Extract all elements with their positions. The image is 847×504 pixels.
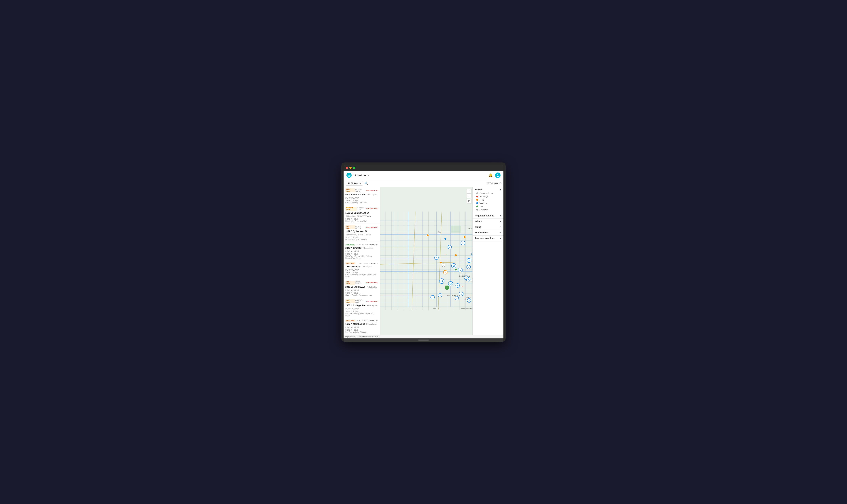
svg-text:7: 7 [456,297,457,299]
svg-point-2 [497,174,498,176]
svg-text:5: 5 [468,266,469,268]
ticket-address: 1139 S Sydenham St [345,230,367,233]
ticket-type: STANDARD [369,320,378,322]
legend-color-dot [476,199,478,201]
map-marker[interactable] [464,236,466,238]
svg-text:3: 3 [460,269,461,271]
map-cluster[interactable]: 6 [461,241,465,245]
map-marker[interactable] [440,262,442,264]
ticket-card[interactable]: HIGH RISK #0-7741-2402-4 EMERGENCY!! 500… [344,187,380,205]
damage-threat-label: Damage Threat [480,192,494,194]
svg-text:3: 3 [469,300,470,302]
minimize-dot[interactable] [349,167,351,169]
map-marker[interactable] [427,234,429,236]
zoom-in-button[interactable]: + [467,189,471,194]
ticket-company: Inst Gas Main by Ryan, Barber And Flores [345,312,378,317]
zoom-out-button[interactable]: − [467,194,471,198]
risk-badge: HIGH RISK [345,262,356,265]
map-cluster[interactable]: 4 [456,284,460,287]
ticket-date: Starts in 5 days [345,199,378,201]
ticket-card[interactable]: HIGH RISK #0-00-839290-0 CANCEL 3921 Pop… [344,261,380,280]
chevron-left-icon: < [500,231,501,234]
map-cluster[interactable]: 5 [467,265,470,269]
ticket-type: EMERGENCY!! [366,282,378,284]
tickets-label: Tickets [475,188,482,191]
map-background: 2 6 2 [380,187,503,335]
ticket-address: 5004 Baltimore Ave [345,193,365,196]
ticket-type: EMERGENCY!! [366,226,378,228]
legend-section-header[interactable]: Regulator stations < [475,214,501,217]
svg-text:3: 3 [447,287,448,289]
chevron-up-icon: ∧ [500,188,501,191]
map-cluster[interactable]: 3 [467,299,471,302]
map-cluster[interactable]: 10 [448,281,453,286]
damage-threat-icon [476,192,479,194]
risk-badge: HIGH RISK [345,225,355,229]
svg-text:8: 8 [461,293,462,295]
ticket-card[interactable]: LOW RISK #1-955083-15-0 STANDARD 2440 N … [344,242,380,261]
legend-section-header[interactable]: Transmission lines < [475,237,501,239]
svg-point-3 [497,176,499,177]
map-marker[interactable] [455,254,457,256]
close-dot[interactable] [346,167,348,169]
svg-text:3: 3 [439,294,440,296]
map-cluster[interactable]: 2 [448,245,452,249]
ticket-filter-select[interactable]: All Tickets ▾ [346,181,363,186]
map-marker[interactable] [455,268,457,271]
ticket-card[interactable]: HIGH RISK #0-416-43496-7 STANDARD 1627 N… [344,318,380,335]
map-cluster[interactable]: 5 [467,258,471,263]
filter-icon-button[interactable]: ≡ [500,182,501,185]
title-bar [344,165,503,171]
top-bar-actions: 🔔 [488,173,501,178]
tickets-legend-header[interactable]: Tickets ∧ [475,188,501,191]
legend-section-label: Mains [475,226,481,228]
svg-text:10: 10 [449,283,452,285]
map-layers-button[interactable]: ⊞ [467,199,471,203]
legend-section-header[interactable]: Service lines < [475,231,501,234]
risk-badge: HIGH RISK [345,299,355,303]
svg-text:4: 4 [457,285,458,286]
ticket-address: 3921 Poplar St [345,265,361,268]
user-avatar[interactable] [495,173,501,178]
map-cluster[interactable]: 3 [431,295,434,299]
legend-item-label: Medium [480,202,487,204]
notification-button[interactable]: 🔔 [488,173,493,178]
map-cluster[interactable]: 3 [438,293,442,297]
risk-badge: LOW RISK [345,244,355,246]
chevron-left-icon: < [500,226,501,228]
map-marker[interactable] [444,238,447,240]
maximize-dot[interactable] [353,167,355,169]
ticket-sidebar: HIGH RISK #0-7741-2402-4 EMERGENCY!! 500… [344,187,380,335]
risk-badge: MEDIUM RISK [345,207,357,211]
map-cluster[interactable]: 3 [445,286,449,289]
legend-item-label: Low [480,205,483,208]
ticket-card[interactable]: HIGH RISK #0-368-66632-8 EMERGENCY!! 221… [344,280,380,298]
ticket-card[interactable]: HIGH RISK #1-180-59770-2 EMERGENCY!! 113… [344,224,380,242]
map-cluster[interactable]: 2 [444,270,447,274]
ticket-id: #1-180-59770-2 [355,226,366,229]
map-cluster[interactable]: 3 [458,268,462,272]
laptop-frame: Urbint Lens 🔔 All Tickets ▾ [341,162,506,342]
map-cluster[interactable]: 10 [451,263,456,268]
ticket-city: Philadelphia, PENNSYLVANIA [346,215,371,217]
ticket-card[interactable]: HIGH RISK #0-88020-943-7 EMERGENCY!! 230… [344,298,380,318]
legend-color-dot [476,202,478,204]
ticket-company: Inst Gas Main by Pittman... [345,331,378,333]
ticket-company: Culvert Work by Flores Llc [345,202,378,204]
status-bar: https://demo-op.dp.urbint.com/ticket/107… [344,335,503,338]
legend-item: Medium [476,201,501,205]
svg-text:3: 3 [432,296,433,298]
svg-text:↺: ↺ [446,253,447,255]
ticket-type: EMERGENCY!! [366,208,378,210]
svg-text:14: 14 [440,280,443,282]
ticket-card[interactable]: MEDIUM RISK #1-68552-747-7 EMERGENCY!! 1… [344,205,380,224]
ticket-id: #0-00-839290-0 [359,263,370,264]
svg-text:6: 6 [462,242,464,244]
map-cluster[interactable]: 14 [439,278,444,284]
search-button[interactable]: 🔍 [364,182,368,185]
legend-section-header[interactable]: Mains < [475,226,501,228]
legend-section-header[interactable]: Valves < [475,220,501,223]
map-cluster[interactable]: 7 [455,296,459,300]
map-cluster[interactable]: 3 [434,256,438,259]
legend-section-label: Regulator stations [475,214,494,217]
